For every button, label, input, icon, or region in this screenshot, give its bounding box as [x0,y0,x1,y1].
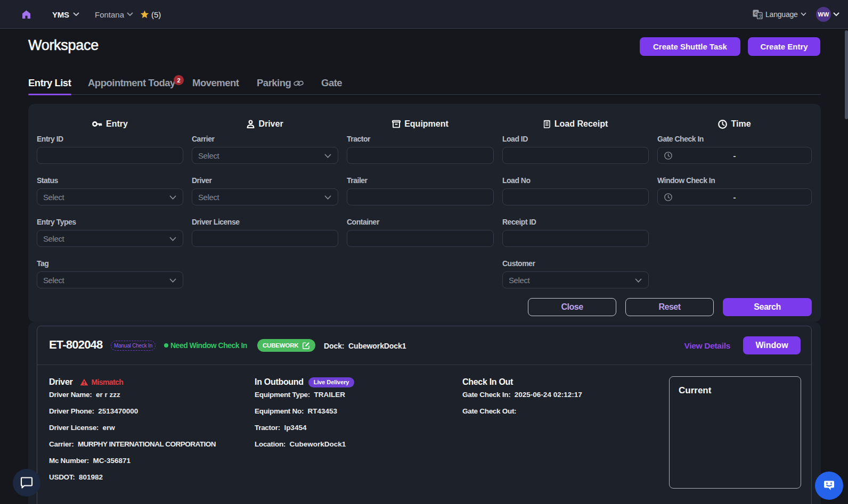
svg-text:文: 文 [759,13,763,19]
